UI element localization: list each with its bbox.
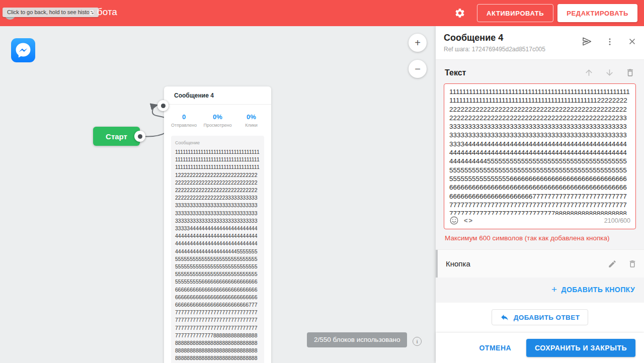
activate-button[interactable]: АКТИВИРОВАТЬ bbox=[477, 4, 553, 22]
reply-icon bbox=[500, 313, 509, 322]
message-input-port[interactable] bbox=[157, 100, 169, 111]
cancel-button[interactable]: ОТМЕНА bbox=[479, 344, 511, 352]
messenger-channel-icon bbox=[11, 38, 35, 62]
text-section-title: Текст bbox=[445, 68, 584, 77]
stat-sent: 0 Отправлено bbox=[167, 113, 201, 128]
textarea-toolbar: <> 2100/600 bbox=[444, 215, 635, 229]
max-length-warning: Максимум 600 символов (так как добавлена… bbox=[445, 234, 635, 242]
add-button-row: + ДОБАВИТЬ КНОПКУ bbox=[444, 278, 636, 303]
more-options-icon[interactable] bbox=[605, 37, 614, 46]
top-bar-actions: АКТИВИРОВАТЬ РЕДАКТИРОВАТЬ bbox=[454, 4, 637, 22]
save-and-close-button[interactable]: СОХРАНИТЬ И ЗАКРЫТЬ bbox=[526, 339, 635, 357]
button-block-label: Кнопка bbox=[446, 259, 608, 268]
panel-body: Текст 1111111111111111111111111111111111… bbox=[436, 59, 644, 333]
start-node[interactable]: Старт bbox=[93, 127, 140, 146]
flow-canvas[interactable]: Старт Сообщение 4 0 Отправлено 0% Просмо… bbox=[0, 26, 436, 363]
zoom-in-button[interactable]: + bbox=[409, 34, 427, 52]
back-tooltip: Click to go back, hold to see history bbox=[3, 8, 99, 17]
bot-title: е бота bbox=[89, 7, 117, 18]
add-reply-button[interactable]: ДОБАВИТЬ ОТВЕТ bbox=[492, 309, 589, 325]
step-editor-panel: Сообщение 4 Ref шага: 1724769495d2ad8517… bbox=[436, 26, 644, 363]
add-reply-strip: ДОБАВИТЬ ОТВЕТ bbox=[436, 303, 644, 333]
delete-text-block-icon[interactable] bbox=[625, 68, 635, 77]
node-stats: 0 Отправлено 0% Просмотрено 0% Клики bbox=[164, 105, 271, 136]
message-node-card[interactable]: Сообщение 4 0 Отправлено 0% Просмотрено … bbox=[164, 86, 271, 363]
edit-button-icon[interactable] bbox=[608, 259, 617, 268]
message-text-field[interactable]: 1111111111111111111111111111111111111111… bbox=[444, 83, 636, 229]
emoji-picker-icon[interactable] bbox=[449, 216, 459, 225]
panel-footer: ОТМЕНА СОХРАНИТЬ И ЗАКРЫТЬ bbox=[436, 333, 644, 363]
edit-button[interactable]: РЕДАКТИРОВАТЬ bbox=[557, 4, 637, 22]
move-down-icon[interactable] bbox=[605, 68, 614, 77]
zoom-out-button[interactable]: − bbox=[409, 60, 427, 78]
text-section-header: Текст bbox=[444, 60, 636, 83]
plus-icon: + bbox=[551, 286, 557, 293]
stat-viewed: 0% Просмотрено bbox=[201, 113, 234, 128]
textarea-content[interactable]: 1111111111111111111111111111111111111111… bbox=[444, 84, 635, 215]
button-block-row[interactable]: Кнопка bbox=[436, 249, 644, 278]
blocks-used-badge: 2/550 блоков использовано bbox=[307, 332, 407, 347]
add-button-link[interactable]: + ДОБАВИТЬ КНОПКУ bbox=[551, 286, 635, 294]
settings-gear-icon[interactable] bbox=[454, 7, 466, 19]
node-preview-text: 1111111111111111111111111111111111111111… bbox=[175, 148, 260, 363]
close-icon[interactable] bbox=[627, 37, 637, 46]
step-ref: Ref шага: 1724769495d2ad8517c005 bbox=[444, 46, 636, 53]
node-title: Сообщение 4 bbox=[164, 86, 271, 105]
insert-variable-icon[interactable]: <> bbox=[464, 217, 473, 224]
send-test-icon[interactable] bbox=[582, 36, 592, 47]
char-counter: 2100/600 bbox=[604, 217, 630, 224]
move-up-icon[interactable] bbox=[584, 68, 594, 77]
top-bar: Click to go back, hold to see history е … bbox=[0, 0, 644, 26]
start-output-port[interactable] bbox=[134, 131, 145, 142]
info-icon[interactable]: i bbox=[413, 337, 422, 346]
delete-button-icon[interactable] bbox=[628, 259, 637, 268]
stat-clicks: 0% Клики bbox=[234, 113, 268, 128]
node-message-preview: Сообщение 111111111111111111111111111111… bbox=[171, 136, 264, 363]
panel-header: Сообщение 4 Ref шага: 1724769495d2ad8517… bbox=[436, 26, 644, 59]
